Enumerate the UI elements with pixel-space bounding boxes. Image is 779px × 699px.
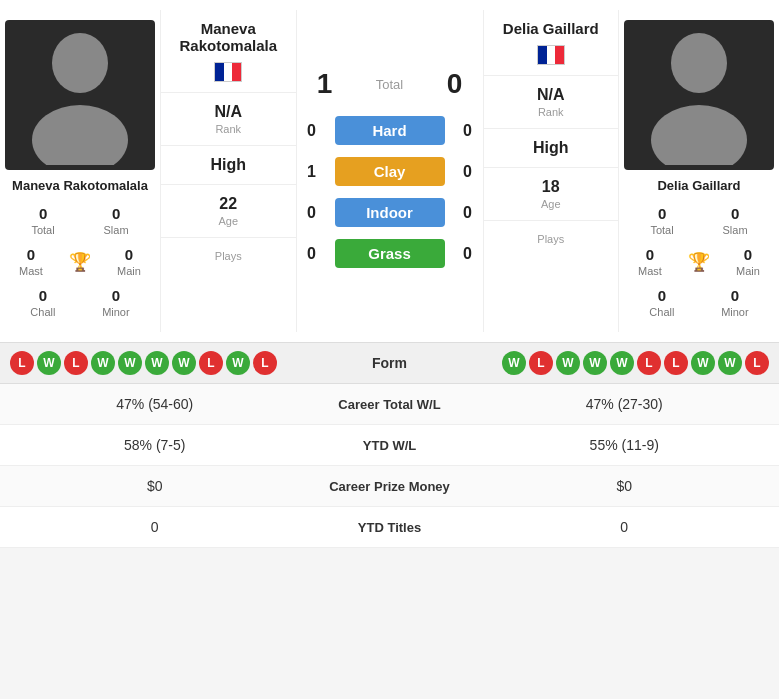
right-rank-box: N/A Rank	[484, 75, 619, 128]
form-badge-l: L	[10, 351, 34, 375]
right-plays-box: Plays	[484, 220, 619, 255]
svg-point-2	[671, 33, 727, 93]
stats-left-0: 47% (54-60)	[20, 396, 290, 412]
left-chall: 0 Chall	[30, 287, 55, 318]
form-badge-w: W	[583, 351, 607, 375]
left-player-name-center: Maneva Rakotomalala	[161, 10, 296, 54]
left-main: 0 Main	[117, 246, 141, 277]
left-trophy-icon: 🏆	[69, 251, 91, 273]
hard-button[interactable]: Hard	[335, 116, 445, 145]
form-label: Form	[277, 355, 502, 371]
left-total-slam-row: 0 Total 0 Slam	[5, 201, 155, 240]
left-player-flag	[214, 58, 242, 84]
stats-left-2: $0	[20, 478, 290, 494]
left-minor: 0 Minor	[102, 287, 130, 318]
right-middle-col: Delia Gaillard N/A Rank High 18 Age Play…	[483, 10, 620, 332]
form-badge-w: W	[610, 351, 634, 375]
form-badge-l: L	[637, 351, 661, 375]
form-badge-w: W	[556, 351, 580, 375]
indoor-button[interactable]: Indoor	[335, 198, 445, 227]
left-player-avatar	[5, 20, 155, 170]
left-age-box: 22 Age	[161, 184, 296, 237]
stats-left-1: 58% (7-5)	[20, 437, 290, 453]
right-minor: 0 Minor	[721, 287, 749, 318]
right-mast: 0 Mast	[638, 246, 662, 277]
left-player-stats: 0 Total 0 Slam 0 Mast 🏆 0	[5, 201, 155, 322]
left-player-name: Maneva Rakotomalala	[12, 178, 148, 193]
stats-center-label-2: Career Prize Money	[290, 479, 490, 494]
form-badge-l: L	[64, 351, 88, 375]
svg-point-1	[32, 105, 128, 165]
grass-row: 0 Grass 0	[297, 239, 483, 268]
right-age-box: 18 Age	[484, 167, 619, 220]
right-chall: 0 Chall	[649, 287, 674, 318]
stats-row-2: $0Career Prize Money$0	[0, 466, 779, 507]
right-player-name: Delia Gaillard	[657, 178, 740, 193]
right-player-name-center: Delia Gaillard	[498, 10, 604, 37]
form-section: LWLWWWWLWL Form WLWWWLLWWL	[0, 342, 779, 383]
total-row: 1 Total 0	[297, 68, 483, 100]
right-player-card: Delia Gaillard 0 Total 0 Slam 0 Mast	[619, 10, 779, 332]
left-mast: 0 Mast	[19, 246, 43, 277]
form-badge-l: L	[199, 351, 223, 375]
comparison-section: Maneva Rakotomalala 0 Total 0 Slam 0 Ma	[0, 0, 779, 342]
right-main: 0 Main	[736, 246, 760, 277]
left-form-badges: LWLWWWWLWL	[10, 351, 277, 375]
stats-right-3: 0	[490, 519, 760, 535]
form-badge-l: L	[745, 351, 769, 375]
right-player-avatar	[624, 20, 774, 170]
right-high-box: High	[484, 128, 619, 167]
clay-row: 1 Clay 0	[297, 157, 483, 186]
left-player-card: Maneva Rakotomalala 0 Total 0 Slam 0 Ma	[0, 10, 160, 332]
clay-button[interactable]: Clay	[335, 157, 445, 186]
main-container: Maneva Rakotomalala 0 Total 0 Slam 0 Ma	[0, 0, 779, 548]
stats-table: 47% (54-60)Career Total W/L47% (27-30)58…	[0, 383, 779, 548]
grass-button[interactable]: Grass	[335, 239, 445, 268]
indoor-row: 0 Indoor 0	[297, 198, 483, 227]
left-high-box: High	[161, 145, 296, 184]
form-badge-w: W	[718, 351, 742, 375]
form-badge-w: W	[226, 351, 250, 375]
stats-center-label-3: YTD Titles	[290, 520, 490, 535]
right-mast-main-row: 0 Mast 🏆 0 Main	[624, 242, 774, 281]
form-badge-w: W	[37, 351, 61, 375]
form-badge-w: W	[172, 351, 196, 375]
right-form-badges: WLWWWLLWWL	[502, 351, 769, 375]
form-badge-l: L	[253, 351, 277, 375]
right-slam: 0 Slam	[723, 205, 748, 236]
left-slam: 0 Slam	[104, 205, 129, 236]
right-total-slam-row: 0 Total 0 Slam	[624, 201, 774, 240]
hard-row: 0 Hard 0	[297, 116, 483, 145]
form-badge-w: W	[691, 351, 715, 375]
right-chall-minor-row: 0 Chall 0 Minor	[624, 283, 774, 322]
stats-center-label-1: YTD W/L	[290, 438, 490, 453]
svg-point-0	[52, 33, 108, 93]
form-badge-w: W	[145, 351, 169, 375]
form-badge-w: W	[118, 351, 142, 375]
stats-left-3: 0	[20, 519, 290, 535]
left-plays-box: Plays	[161, 237, 296, 272]
left-middle-col: Maneva Rakotomalala N/A Rank High 22 Age…	[160, 10, 297, 332]
form-badge-w: W	[91, 351, 115, 375]
form-badge-l: L	[664, 351, 688, 375]
right-trophy-icon: 🏆	[688, 251, 710, 273]
right-player-stats: 0 Total 0 Slam 0 Mast 🏆 0	[624, 201, 774, 322]
stats-right-0: 47% (27-30)	[490, 396, 760, 412]
stats-row-0: 47% (54-60)Career Total W/L47% (27-30)	[0, 384, 779, 425]
stats-center-label-0: Career Total W/L	[290, 397, 490, 412]
left-total: 0 Total	[31, 205, 54, 236]
left-rank-box: N/A Rank	[161, 92, 296, 145]
svg-point-3	[651, 105, 747, 165]
form-badge-w: W	[502, 351, 526, 375]
stats-row-1: 58% (7-5)YTD W/L55% (11-9)	[0, 425, 779, 466]
left-mast-main-row: 0 Mast 🏆 0 Main	[5, 242, 155, 281]
stats-right-1: 55% (11-9)	[490, 437, 760, 453]
stats-row-3: 0YTD Titles0	[0, 507, 779, 548]
stats-right-2: $0	[490, 478, 760, 494]
courts-col: 1 Total 0 0 Hard 0 1 Clay 0 0 Indoor 0 0	[297, 10, 483, 332]
right-total: 0 Total	[650, 205, 673, 236]
left-chall-minor-row: 0 Chall 0 Minor	[5, 283, 155, 322]
form-badge-l: L	[529, 351, 553, 375]
right-player-flag	[537, 41, 565, 67]
